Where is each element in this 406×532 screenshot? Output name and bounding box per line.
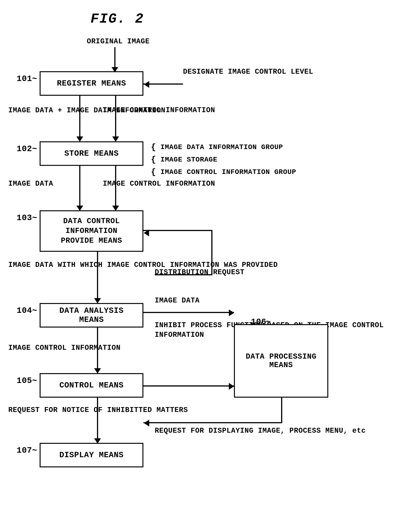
box-register-means: REGISTER MEANS xyxy=(40,71,143,96)
ref-102: 102 xyxy=(17,144,32,154)
arrowhead-to-display xyxy=(144,420,149,427)
figure-title: FIG. 2 xyxy=(91,11,144,27)
arrow-control-to-display xyxy=(97,398,98,439)
label-image-control-info1: IMAGE CONTROL INFORMATION xyxy=(103,105,215,115)
box-data-processing: DATA PROCESSINGMEANS xyxy=(234,324,328,398)
label-request-notice: REQUEST FOR NOTICE OF INHIBITTED MATTERS xyxy=(8,405,188,415)
label-image-control-info3: IMAGE CONTROL INFORMATION xyxy=(8,343,121,353)
diagram: FIG. 2 ORIGINAL IMAGE 101 ~ REGISTER MEA… xyxy=(0,0,406,532)
box-data-control: DATA CONTROLINFORMATIONPROVIDE MEANS xyxy=(40,210,143,252)
arrow-analysis-to-control xyxy=(97,328,98,369)
arrowhead-ctrl-analysis xyxy=(94,298,101,303)
ref-103: 103 xyxy=(17,213,32,223)
arrow-dist-horizontal xyxy=(155,274,212,275)
arrow-dist-top-horiz xyxy=(143,230,212,231)
arrow-register-left-to-store xyxy=(79,96,80,137)
ref-104: 104 xyxy=(17,305,32,316)
arrow-designate-to-register xyxy=(143,84,183,85)
ref-102-tilde: ~ xyxy=(32,144,37,154)
ref-101: 101 xyxy=(17,73,32,84)
ref-103-tilde: ~ xyxy=(32,213,37,223)
ref-105: 105 xyxy=(17,375,32,386)
arrow-ctrl-to-analysis xyxy=(97,252,98,299)
arrow-control-to-processing xyxy=(143,385,234,386)
arrowhead-right-to-store xyxy=(112,136,119,142)
ref-105-tilde: ~ xyxy=(32,375,37,386)
arrow-processing-to-display xyxy=(143,422,282,423)
arrow-processing-down2 xyxy=(281,398,282,423)
arrow-store-right-to-ctrl xyxy=(115,166,116,206)
box-display-means: DISPLAY MEANS xyxy=(40,443,143,467)
box-store-means: STORE MEANS xyxy=(40,141,143,166)
ref-107: 107 xyxy=(17,445,32,456)
arrowhead-control-right xyxy=(229,383,234,390)
label-image-data-with: IMAGE DATA WITH WHICH IMAGE CONTROL INFO… xyxy=(8,260,278,270)
arrow-register-right-to-store xyxy=(115,96,116,137)
arrowhead-store-left-ctrl xyxy=(76,206,83,211)
arrow-original-to-register xyxy=(114,47,116,68)
arrow-store-left-to-ctrl xyxy=(79,166,80,206)
arrowhead-store-right-ctrl xyxy=(112,206,119,211)
arrowhead-analysis-right xyxy=(229,309,234,316)
ref-104-tilde: ~ xyxy=(32,305,37,316)
label-image-data3: IMAGE DATA xyxy=(155,296,200,305)
label-store-group: { IMAGE DATA INFORMATION GROUP { IMAGE S… xyxy=(151,141,296,178)
label-original-image: ORIGINAL IMAGE xyxy=(87,37,150,46)
box-control-means: CONTROL MEANS xyxy=(40,373,143,398)
label-request-display: REQUEST FOR DISPLAYING IMAGE, PROCESS ME… xyxy=(155,426,366,435)
label-image-control-info2: IMAGE CONTROL INFORMATION xyxy=(103,179,215,188)
ref-107-tilde: ~ xyxy=(32,445,37,456)
arrowhead-left-to-store xyxy=(76,136,83,142)
label-designate: DESIGNATE IMAGE CONTROL LEVEL xyxy=(183,67,313,77)
arrow-analysis-right xyxy=(143,312,234,313)
box-data-analysis: DATA ANALYSISMEANS xyxy=(40,303,143,328)
ref-101-tilde: ~ xyxy=(32,73,37,84)
label-image-data2: IMAGE DATA xyxy=(8,179,53,188)
arrowhead-designate xyxy=(144,81,149,88)
arrowhead-analysis-control xyxy=(94,368,101,373)
